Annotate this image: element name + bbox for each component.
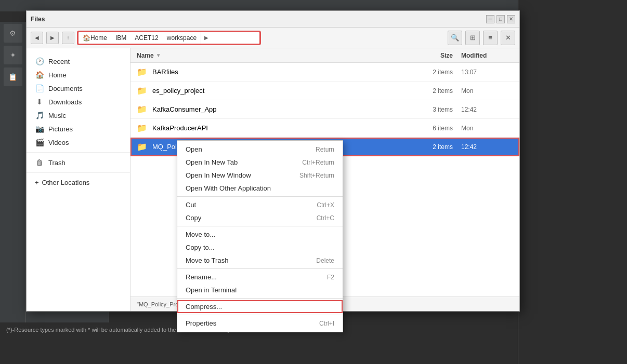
sidebar-item-videos[interactable]: 🎬 Videos — [27, 136, 130, 149]
other-locations-icon: + — [35, 179, 39, 186]
ctx-copy[interactable]: Copy Ctrl+C — [177, 211, 343, 224]
dialog-title: Files — [31, 16, 45, 23]
breadcrumb-ibm-label: IBM — [115, 34, 126, 42]
ide-left-icon-star[interactable]: ✦ — [4, 46, 22, 64]
sidebar-item-pictures[interactable]: 📷 Pictures — [27, 122, 130, 136]
sidebar-label-videos: Videos — [48, 139, 69, 146]
file-name: es_policy_project — [152, 87, 409, 95]
ctx-open-new-tab[interactable]: Open In New Tab Ctrl+Return — [177, 156, 343, 169]
file-modified: Mon — [461, 125, 513, 132]
menu-button[interactable]: ≡ — [483, 31, 498, 45]
ctx-open[interactable]: Open Return — [177, 143, 343, 156]
breadcrumb-more-button[interactable]: ▶ — [201, 32, 211, 44]
ide-right-panel — [518, 0, 627, 364]
breadcrumb-acet12[interactable]: ACET12 — [130, 32, 162, 44]
table-row[interactable]: 📁 KafkaProducerAPI 6 items Mon — [130, 119, 519, 138]
column-header: Name ▼ Size Modified — [130, 48, 519, 63]
folder-icon: 📁 — [137, 142, 147, 152]
sidebar-item-documents[interactable]: 📄 Documents — [27, 82, 130, 95]
sort-arrow: ▼ — [156, 52, 161, 58]
sidebar-label-home: Home — [48, 71, 67, 79]
breadcrumb-workspace[interactable]: workspace — [163, 32, 201, 44]
documents-icon: 📄 — [35, 84, 44, 92]
ctx-compress[interactable]: Compress... — [177, 300, 343, 313]
ide-left-panel: ⚙ ✦ 📋 — [0, 22, 26, 322]
file-modified: 13:07 — [461, 69, 513, 76]
sidebar-item-recent[interactable]: 🕐 Recent — [27, 55, 130, 68]
table-row[interactable]: 📁 KafkaConsumer_App 3 items 12:42 — [130, 100, 519, 119]
sidebar-label-music: Music — [48, 112, 66, 119]
file-modified: Mon — [461, 87, 513, 95]
ctx-separator-2 — [177, 226, 343, 226]
file-size: 3 items — [409, 106, 461, 113]
videos-icon: 🎬 — [35, 138, 44, 146]
table-row[interactable]: 📁 es_policy_project 2 items Mon — [130, 82, 519, 100]
breadcrumb-acet12-label: ACET12 — [135, 34, 158, 42]
home-sidebar-icon: 🏠 — [35, 71, 44, 79]
context-menu: Open Return Open In New Tab Ctrl+Return … — [177, 140, 343, 332]
breadcrumb-workspace-label: workspace — [167, 34, 197, 42]
ctx-copy-to[interactable]: Copy to... — [177, 241, 343, 254]
table-row[interactable]: 📁 BARfiles 2 items 13:07 — [130, 63, 519, 82]
file-modified: 12:42 — [461, 106, 513, 113]
titlebar-controls: ─ □ ✕ — [486, 15, 515, 23]
folder-icon: 📁 — [137, 123, 147, 133]
sidebar-label-pictures: Pictures — [48, 125, 73, 133]
music-icon: 🎵 — [35, 111, 44, 119]
forward-button[interactable]: ▶ — [46, 32, 59, 44]
back-button[interactable]: ◀ — [31, 32, 43, 44]
file-size: 6 items — [409, 125, 461, 132]
breadcrumb-home[interactable]: 🏠 Home — [79, 32, 111, 44]
close-dialog-button[interactable]: ✕ — [501, 31, 515, 45]
col-name-header[interactable]: Name ▼ — [137, 52, 409, 59]
ctx-separator-4 — [177, 298, 343, 299]
minimize-button[interactable]: ─ — [486, 15, 494, 23]
ctx-cut[interactable]: Cut Ctrl+X — [177, 198, 343, 211]
downloads-icon: ⬇ — [35, 98, 44, 106]
ctx-separator-3 — [177, 268, 343, 269]
ide-left-icon-gear[interactable]: ⚙ — [4, 24, 22, 43]
sidebar-divider — [27, 152, 130, 153]
ctx-open-terminal[interactable]: Open in Terminal — [177, 284, 343, 296]
pictures-icon: 📷 — [35, 125, 44, 133]
nav-bar: ◀ ▶ ↑ 🏠 Home IBM ACET12 workspace ▶ 🔍 ⊞ … — [27, 28, 519, 48]
sidebar-item-downloads[interactable]: ⬇ Downloads — [27, 95, 130, 109]
sidebar-label-downloads: Downloads — [48, 98, 82, 106]
search-button[interactable]: 🔍 — [448, 31, 462, 45]
folder-icon: 📁 — [137, 104, 147, 114]
ctx-open-other-app[interactable]: Open With Other Application — [177, 182, 343, 195]
ctx-move-to[interactable]: Move to... — [177, 228, 343, 241]
ctx-rename[interactable]: Rename... F2 — [177, 271, 343, 284]
sidebar-label-documents: Documents — [48, 85, 83, 92]
up-button[interactable]: ↑ — [62, 32, 74, 44]
sidebar-item-other-locations[interactable]: + Other Locations — [27, 176, 130, 189]
sidebar-item-home[interactable]: 🏠 Home — [27, 68, 130, 82]
sidebar-label-recent: Recent — [48, 58, 70, 65]
folder-icon: 📁 — [137, 67, 147, 77]
ctx-properties[interactable]: Properties Ctrl+I — [177, 317, 343, 330]
file-name: KafkaProducerAPI — [152, 124, 409, 132]
col-modified-header[interactable]: Modified — [461, 52, 513, 59]
file-size: 2 items — [409, 143, 461, 151]
col-size-header[interactable]: Size — [409, 52, 461, 59]
view-grid-button[interactable]: ⊞ — [465, 31, 480, 45]
sidebar-divider-2 — [27, 172, 130, 173]
ctx-separator-5 — [177, 315, 343, 315]
breadcrumb-bar: 🏠 Home IBM ACET12 workspace ▶ — [77, 31, 260, 45]
close-button[interactable]: ✕ — [507, 15, 515, 23]
file-size: 2 items — [409, 69, 461, 76]
sidebar: 🕐 Recent 🏠 Home 📄 Documents ⬇ Downloads … — [27, 48, 130, 311]
maximize-button[interactable]: □ — [497, 15, 505, 23]
file-name: BARfiles — [152, 68, 409, 76]
sidebar-item-music[interactable]: 🎵 Music — [27, 109, 130, 122]
file-size: 2 items — [409, 87, 461, 95]
ctx-open-new-window[interactable]: Open In New Window Shift+Return — [177, 169, 343, 182]
sidebar-label-other: Other Locations — [42, 179, 90, 186]
breadcrumb-home-label: Home — [90, 34, 107, 42]
recent-icon: 🕐 — [35, 57, 44, 65]
dialog-titlebar: Files ─ □ ✕ — [27, 11, 519, 28]
breadcrumb-ibm[interactable]: IBM — [111, 32, 130, 44]
ide-left-icon-list[interactable]: 📋 — [4, 68, 22, 86]
ctx-move-to-trash[interactable]: Move to Trash Delete — [177, 254, 343, 267]
sidebar-item-trash[interactable]: 🗑 Trash — [27, 156, 130, 169]
